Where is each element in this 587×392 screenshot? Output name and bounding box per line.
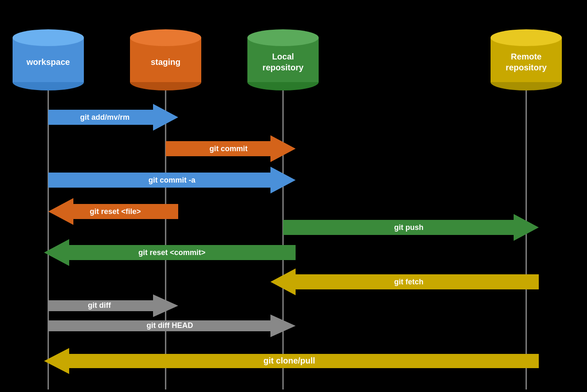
svg-point-26 xyxy=(491,29,562,46)
git-fetch-label: git fetch xyxy=(394,278,423,286)
workspace-label: workspace xyxy=(26,57,70,67)
svg-point-20 xyxy=(130,29,201,46)
git-diff-label: git diff xyxy=(88,301,112,309)
git-commit-a-label: git commit -a xyxy=(148,176,196,184)
staging-label: staging xyxy=(151,57,180,67)
svg-point-23 xyxy=(247,29,319,46)
local-repo-label-line2: repository xyxy=(262,63,304,72)
git-clone-pull-label: git clone/pull xyxy=(263,356,315,365)
local-repo-label-line1: Local xyxy=(272,52,294,61)
git-reset-commit-label: git reset <commit> xyxy=(138,248,205,257)
svg-point-17 xyxy=(13,29,84,46)
remote-repo-label-line2: repository xyxy=(506,63,547,72)
remote-repo-label-line1: Remote xyxy=(511,52,541,61)
git-add-label: git add/mv/rm xyxy=(80,113,130,121)
git-push-label: git push xyxy=(394,223,423,232)
git-commit-label: git commit xyxy=(209,144,247,153)
git-diff-head-label: git diff HEAD xyxy=(147,321,193,330)
git-reset-file-label: git reset <file> xyxy=(90,207,141,216)
